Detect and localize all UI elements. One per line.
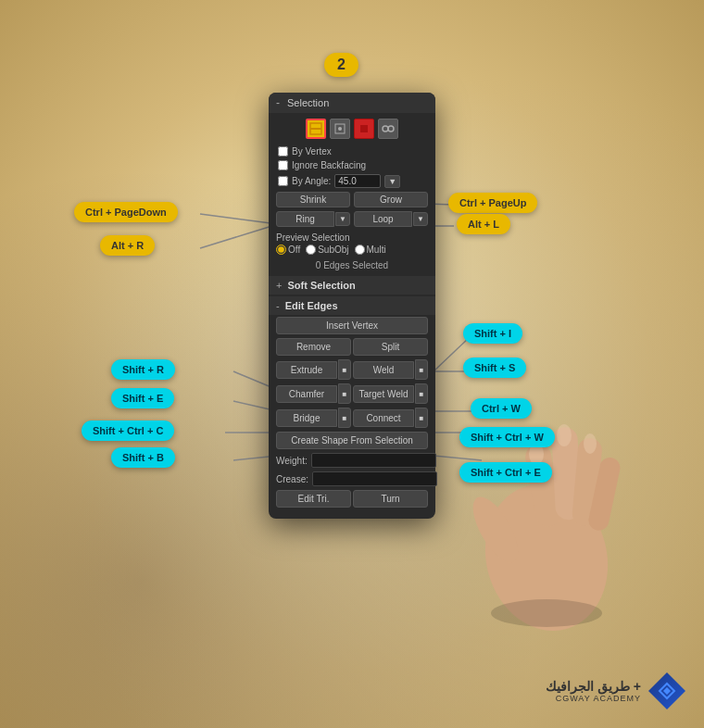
off-label[interactable]: Off xyxy=(276,245,300,255)
bridge-button[interactable]: Bridge xyxy=(276,409,337,427)
insert-vertex-button[interactable]: Insert Vertex xyxy=(276,317,428,334)
weld-button[interactable]: Weld xyxy=(353,361,414,379)
edit-edges-header[interactable]: - Edit Edges xyxy=(269,296,435,315)
number-badge: 2 xyxy=(324,53,358,77)
by-angle-label: By Angle: xyxy=(292,176,331,186)
soft-selection-header[interactable]: + Soft Selection xyxy=(269,276,435,295)
edit-tri-button[interactable]: Edit Tri. xyxy=(276,490,351,508)
edge-select-icon[interactable] xyxy=(306,119,326,139)
edittri-turn-row: Edit Tri. Turn xyxy=(269,488,435,509)
panel-header: - Selection xyxy=(269,93,435,113)
shift-b-badge: Shift + B xyxy=(111,447,175,468)
shift-ctrl-w-badge: Shift + Ctrl + W xyxy=(459,427,555,447)
element-icon[interactable] xyxy=(378,119,398,139)
shift-e-badge: Shift + E xyxy=(111,388,174,408)
extrude-button[interactable]: Extrude xyxy=(276,361,337,379)
svg-point-19 xyxy=(383,126,388,132)
multi-radio[interactable] xyxy=(355,245,365,255)
alt-l-badge: Alt + L xyxy=(457,214,510,234)
extrude-settings[interactable]: ■ xyxy=(338,359,351,380)
soft-selection-title: Soft Selection xyxy=(287,280,355,291)
polygon-icon[interactable] xyxy=(354,119,374,139)
loop-label[interactable]: Loop xyxy=(354,211,412,227)
multi-label[interactable]: Multi xyxy=(355,245,386,255)
turn-button[interactable]: Turn xyxy=(353,490,428,508)
weight-input[interactable] xyxy=(311,453,436,468)
extrude-weld-row: Extrude ■ Weld ■ xyxy=(269,358,435,382)
shift-s-badge: Shift + S xyxy=(463,358,526,378)
edit-edges-toggle[interactable]: - xyxy=(276,300,280,311)
by-angle-checkbox[interactable] xyxy=(278,176,288,186)
logo: + طريق الجرافيك CGWAY ACADEMY xyxy=(546,672,685,709)
remove-button[interactable]: Remove xyxy=(276,338,351,356)
panel-title: Selection xyxy=(287,97,329,108)
extrude-group: Extrude ■ xyxy=(276,359,351,380)
by-vertex-checkbox[interactable] xyxy=(278,146,288,157)
ring-loop-row: Ring ▼ Loop ▼ xyxy=(269,209,435,229)
grow-button[interactable]: Grow xyxy=(354,192,428,207)
bridge-settings[interactable]: ■ xyxy=(338,408,351,428)
ctrl-pageup-badge: Ctrl + PageUp xyxy=(448,193,537,213)
off-radio[interactable] xyxy=(276,245,286,255)
ignore-backfacing-label: Ignore Backfacing xyxy=(292,160,366,170)
bridge-group: Bridge ■ xyxy=(276,408,351,428)
ring-combo: Ring ▼ xyxy=(276,211,350,227)
crease-input[interactable] xyxy=(312,471,437,486)
by-angle-input[interactable] xyxy=(334,174,381,188)
weld-settings[interactable]: ■ xyxy=(415,359,428,380)
by-angle-row: By Angle: ▼ xyxy=(269,172,435,190)
subobj-label[interactable]: SubObj xyxy=(306,245,348,255)
shrink-button[interactable]: Shrink xyxy=(276,192,350,207)
bridge-connect-row: Bridge ■ Connect ■ xyxy=(269,406,435,430)
ignore-backfacing-checkbox[interactable] xyxy=(278,160,288,170)
crease-label: Crease: xyxy=(276,474,308,484)
connect-settings[interactable]: ■ xyxy=(415,408,428,428)
weight-label: Weight: xyxy=(276,456,308,466)
by-vertex-row: By Vertex xyxy=(269,144,435,158)
ctrl-pagedown-badge: Ctrl + PageDown xyxy=(74,202,178,222)
ring-label[interactable]: Ring xyxy=(276,211,334,227)
crease-row: Crease: xyxy=(269,470,435,488)
icon-row xyxy=(269,113,435,144)
preview-title: Preview Selection xyxy=(276,232,428,243)
edit-edges-title: Edit Edges xyxy=(285,300,338,311)
logo-plus: + xyxy=(634,679,641,694)
shift-ctrl-e-badge: Shift + Ctrl + E xyxy=(459,462,552,483)
ctrl-w-badge: Ctrl + W xyxy=(471,398,532,419)
svg-point-20 xyxy=(388,126,394,132)
loop-arrow[interactable]: ▼ xyxy=(413,212,428,226)
create-shape-button[interactable]: Create Shape From Selection xyxy=(276,432,428,449)
weld-group: Weld ■ xyxy=(353,359,428,380)
chamfer-group: Chamfer ■ xyxy=(276,383,351,404)
preview-radio-row: Off SubObj Multi xyxy=(276,245,428,255)
loop-combo: Loop ▼ xyxy=(354,211,428,227)
chamfer-settings[interactable]: ■ xyxy=(338,383,351,404)
connect-button[interactable]: Connect xyxy=(353,409,414,427)
chamfer-targetweld-row: Chamfer ■ Target Weld ■ xyxy=(269,382,435,406)
ignore-backfacing-row: Ignore Backfacing xyxy=(269,158,435,172)
subobj-radio[interactable] xyxy=(306,245,316,255)
vertex-icon[interactable] xyxy=(330,119,350,139)
target-weld-group: Target Weld ■ xyxy=(353,383,428,404)
target-weld-settings[interactable]: ■ xyxy=(415,383,428,404)
panel-collapse-icon[interactable]: - xyxy=(276,96,280,109)
remove-split-row: Remove Split xyxy=(269,336,435,358)
soft-selection-toggle[interactable]: + xyxy=(276,280,282,291)
split-button[interactable]: Split xyxy=(353,338,428,356)
shift-r-badge: Shift + R xyxy=(111,359,175,380)
preview-section: Preview Selection Off SubObj Multi xyxy=(269,229,435,257)
alt-r-badge: Alt + R xyxy=(100,235,155,256)
logo-text: + طريق الجرافيك CGWAY ACADEMY xyxy=(546,679,641,703)
svg-rect-18 xyxy=(360,125,368,132)
shift-i-badge: Shift + I xyxy=(463,323,522,344)
by-vertex-label: By Vertex xyxy=(292,146,332,157)
ring-arrow[interactable]: ▼ xyxy=(335,212,350,226)
logo-arabic: + طريق الجرافيك xyxy=(546,679,641,694)
target-weld-button[interactable]: Target Weld xyxy=(353,385,414,403)
shift-ctrl-c-badge: Shift + Ctrl + C xyxy=(82,420,174,441)
chamfer-button[interactable]: Chamfer xyxy=(276,385,337,403)
shrink-grow-row: Shrink Grow xyxy=(269,190,435,209)
svg-point-16 xyxy=(338,127,342,131)
by-angle-spinner[interactable]: ▼ xyxy=(384,175,400,188)
connect-group: Connect ■ xyxy=(353,408,428,428)
